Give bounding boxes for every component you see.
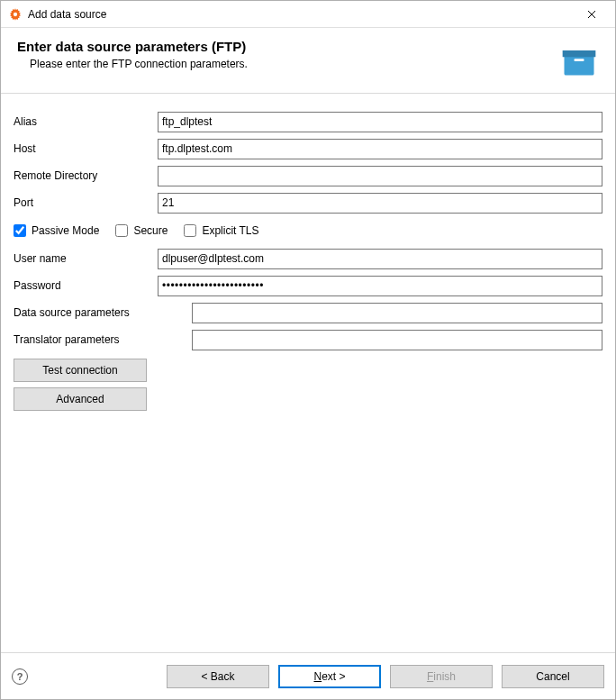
form-area: Alias Host Remote Directory Port Passive…: [1, 94, 615, 652]
datasource-params-label: Data source parameters: [14, 306, 192, 319]
username-label: User name: [14, 252, 158, 265]
remote-directory-label: Remote Directory: [14, 169, 158, 182]
alias-label: Alias: [14, 115, 158, 128]
explicit-tls-checkbox[interactable]: Explicit TLS: [184, 224, 258, 237]
header-banner: Enter data source parameters (FTP) Pleas…: [1, 28, 615, 94]
explicit-tls-label: Explicit TLS: [202, 224, 258, 237]
advanced-button[interactable]: Advanced: [14, 387, 147, 411]
host-input[interactable]: [158, 139, 602, 159]
secure-checkbox[interactable]: Secure: [115, 224, 168, 237]
gear-icon: [8, 7, 23, 22]
password-label: Password: [14, 279, 158, 292]
close-button[interactable]: [574, 2, 610, 27]
cancel-button[interactable]: Cancel: [502, 665, 604, 688]
svg-rect-2: [575, 59, 584, 61]
password-input[interactable]: [158, 276, 602, 296]
datasource-params-input[interactable]: [192, 303, 602, 323]
titlebar: Add data source: [1, 1, 615, 28]
dialog-window: Add data source Enter data source parame…: [0, 0, 616, 700]
svg-point-1: [14, 12, 17, 15]
host-label: Host: [14, 142, 158, 155]
banner-subheading: Please enter the FTP connection paramete…: [30, 58, 559, 70]
translator-params-input[interactable]: [192, 330, 602, 350]
banner-heading: Enter data source parameters (FTP): [17, 39, 559, 54]
footer-bar: ? < Back Next > Finish Cancel: [1, 652, 615, 699]
next-button[interactable]: Next >: [278, 665, 381, 688]
remote-directory-input[interactable]: [158, 166, 602, 186]
test-connection-button[interactable]: Test connection: [14, 359, 147, 382]
finish-button[interactable]: Finish: [390, 665, 493, 688]
alias-input[interactable]: [158, 112, 602, 132]
datasource-box-icon: [559, 41, 599, 80]
passive-mode-checkbox[interactable]: Passive Mode: [14, 224, 99, 237]
window-title: Add data source: [28, 8, 574, 21]
passive-mode-label: Passive Mode: [32, 224, 99, 237]
back-button[interactable]: < Back: [167, 665, 269, 688]
secure-label: Secure: [133, 224, 168, 237]
port-input[interactable]: [158, 193, 602, 214]
translator-params-label: Translator parameters: [14, 333, 192, 346]
help-icon[interactable]: ?: [12, 668, 28, 685]
port-label: Port: [14, 196, 158, 209]
username-input[interactable]: [158, 249, 602, 269]
